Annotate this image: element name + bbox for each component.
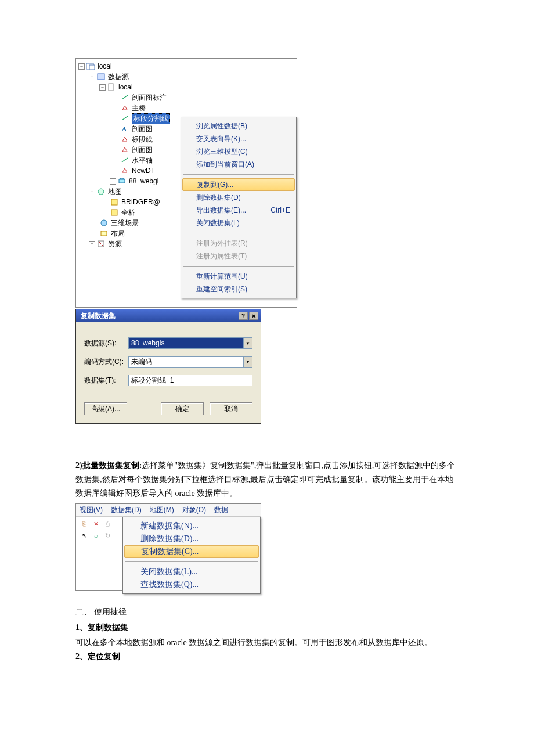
map-icon <box>110 208 119 217</box>
section-item-1-body: 可以在多个本地数据源和 oracle 数据源之间进行数据集的复制。可用于图形发布… <box>75 636 459 650</box>
collapse-icon[interactable]: − <box>89 74 95 80</box>
menu-data[interactable]: 数据 <box>214 505 228 515</box>
tree-node[interactable]: 布局 <box>111 229 125 239</box>
menu-copy-to[interactable]: 复制到(G)... <box>182 178 295 191</box>
expand-icon[interactable]: + <box>89 241 95 247</box>
menu-rebuild-spatial-index[interactable]: 重建空间索引(S) <box>181 283 296 296</box>
context-menu: 浏览属性数据(B) 交叉表向导(K)... 浏览三维模型(C) 添加到当前窗口(… <box>181 117 297 298</box>
tree-node[interactable]: 剖面图 <box>132 145 153 155</box>
dropdown-arrow-icon[interactable]: ▼ <box>243 356 252 368</box>
menu-close-dataset[interactable]: 关闭数据集(L) <box>181 217 296 229</box>
menu-delete-dataset[interactable]: 删除数据集(D)... <box>123 532 260 545</box>
tree-node-local-ds[interactable]: local <box>118 83 133 91</box>
menu-copy-dataset[interactable]: 复制数据集(C)... <box>124 545 259 558</box>
tree-node-datasource[interactable]: 数据源 <box>108 72 129 82</box>
tree-node[interactable]: 全桥 <box>121 208 135 218</box>
menu-delete-dataset[interactable]: 删除数据集(D) <box>181 191 296 204</box>
tree-context-screenshot: −local −数据源 −local 剖面图标注 主桥 标段分割线 A剖面图 标… <box>75 58 297 308</box>
region-dataset-icon <box>120 135 129 144</box>
tree-node[interactable]: BRIDGER@ <box>121 198 160 206</box>
section-item-2: 2、定位复制 <box>75 649 459 665</box>
tree-node-maps[interactable]: 地图 <box>108 187 122 197</box>
map-icon <box>110 197 119 207</box>
scene3d-icon <box>99 218 109 228</box>
tree-node[interactable]: 标段线 <box>132 135 153 145</box>
workspace-icon <box>86 62 95 71</box>
paste-icon[interactable]: ⎙ <box>103 519 112 528</box>
advanced-button[interactable]: 高级(A)... <box>84 402 127 415</box>
tree-node-selected[interactable]: 标段分割线 <box>132 113 170 124</box>
menu-recalculate-extent[interactable]: 重新计算范围(U) <box>181 270 296 283</box>
help-button[interactable]: ? <box>239 312 248 320</box>
ok-button[interactable]: 确定 <box>161 402 204 415</box>
collapse-icon[interactable]: − <box>78 63 85 70</box>
resource-icon <box>96 239 106 249</box>
zoom-icon[interactable]: ⌕ <box>91 531 100 540</box>
line-dataset-icon <box>120 114 129 123</box>
tree-node[interactable]: NewDT <box>132 167 155 175</box>
tree-node[interactable]: 三维场景 <box>111 218 139 228</box>
svg-point-10 <box>101 220 107 226</box>
menu-cross-table-wizard[interactable]: 交叉表向导(K)... <box>181 132 296 145</box>
region-dataset-icon <box>120 103 129 113</box>
workspace-tree[interactable]: −local −数据源 −local 剖面图标注 主桥 标段分割线 A剖面图 标… <box>76 59 181 307</box>
menu-add-to-window[interactable]: 添加到当前窗口(A) <box>181 158 296 171</box>
copy-icon[interactable]: ⎘ <box>80 519 89 528</box>
menu-map[interactable]: 地图(M) <box>150 505 174 515</box>
svg-point-7 <box>98 189 104 195</box>
tree-node[interactable]: 主桥 <box>132 103 146 113</box>
svg-rect-1 <box>89 65 95 70</box>
svg-rect-11 <box>101 231 107 236</box>
cancel-button[interactable]: 取消 <box>210 402 252 415</box>
menu-separator <box>125 561 258 562</box>
section-item-1: 1、复制数据集 <box>75 620 459 636</box>
db-datasource-icon <box>117 177 127 186</box>
menu-view[interactable]: 视图(V) <box>80 505 103 515</box>
menu-browse-attribute[interactable]: 浏览属性数据(B) <box>181 120 296 132</box>
menu-browse-3d-model[interactable]: 浏览三维模型(C) <box>181 145 296 158</box>
menu-export-dataset[interactable]: 导出数据集(E)...Ctrl+E <box>181 204 296 217</box>
menu-separator <box>183 233 294 233</box>
menu-object[interactable]: 对象(O) <box>182 505 206 515</box>
region-dataset-icon <box>120 166 129 175</box>
dialog-titlebar: 复制数据集 ? ✕ <box>76 309 261 322</box>
menu-register-attribute: 注册为属性表(T) <box>181 250 296 262</box>
svg-text:A: A <box>122 125 127 132</box>
dataset-dropdown: 新建数据集(N)... 删除数据集(D)... 复制数据集(C)... 关闭数据… <box>122 517 261 594</box>
copy-dataset-dialog: 复制数据集 ? ✕ 数据源(S): 88_webgis ▼ 编码方式(C): 未… <box>75 309 261 424</box>
expand-icon[interactable]: + <box>110 178 116 185</box>
collapse-icon[interactable]: − <box>99 84 106 91</box>
collapse-icon[interactable]: − <box>89 189 95 195</box>
encoding-select[interactable]: 未编码 ▼ <box>128 356 252 368</box>
dropdown-arrow-icon[interactable]: ▼ <box>243 337 252 349</box>
text-dataset-icon: A <box>120 124 129 134</box>
region-dataset-icon <box>120 145 129 154</box>
menu-new-dataset[interactable]: 新建数据集(N)... <box>123 520 260 532</box>
datasource-folder-icon <box>96 72 106 81</box>
menu-dataset[interactable]: 数据集(D) <box>111 505 142 515</box>
delete-icon[interactable]: ✕ <box>91 519 100 528</box>
datasource-icon <box>107 82 116 92</box>
paragraph-batch-copy: 2)批量数据集复制:选择菜单"数据集》复制数据集",弹出批量复制窗口,点击添加按… <box>75 459 459 500</box>
dataset-name-input[interactable] <box>128 375 252 386</box>
menu-close-dataset[interactable]: 关闭数据集(L)... <box>123 566 260 578</box>
label-encoding: 编码方式(C): <box>84 357 128 367</box>
map-folder-icon <box>96 187 106 196</box>
tree-node-resources[interactable]: 资源 <box>108 239 122 249</box>
datasource-select[interactable]: 88_webgis ▼ <box>128 337 252 349</box>
tree-node[interactable]: 88_webgi <box>129 177 158 185</box>
svg-rect-9 <box>111 210 117 215</box>
refresh-icon[interactable]: ↻ <box>103 531 112 540</box>
datasource-value: 88_webgis <box>128 337 243 349</box>
tree-node[interactable]: 剖面图 <box>132 124 153 134</box>
tree-node[interactable]: 剖面图标注 <box>132 93 167 103</box>
pointer-icon[interactable]: ↖ <box>80 531 89 540</box>
dialog-title: 复制数据集 <box>81 311 116 321</box>
menu-find-dataset[interactable]: 查找数据集(Q)... <box>123 578 260 591</box>
menubar-screenshot: 视图(V) 数据集(D) 地图(M) 对象(O) 数据 ⎘ ✕ ⎙ ↖ ⌕ ↻ … <box>75 503 261 591</box>
menu-separator <box>183 174 294 175</box>
section-2-heading: 二、 使用捷径 <box>75 604 459 620</box>
close-button[interactable]: ✕ <box>249 312 258 320</box>
tree-node[interactable]: 水平轴 <box>132 156 153 165</box>
tree-node-local[interactable]: local <box>98 62 112 70</box>
